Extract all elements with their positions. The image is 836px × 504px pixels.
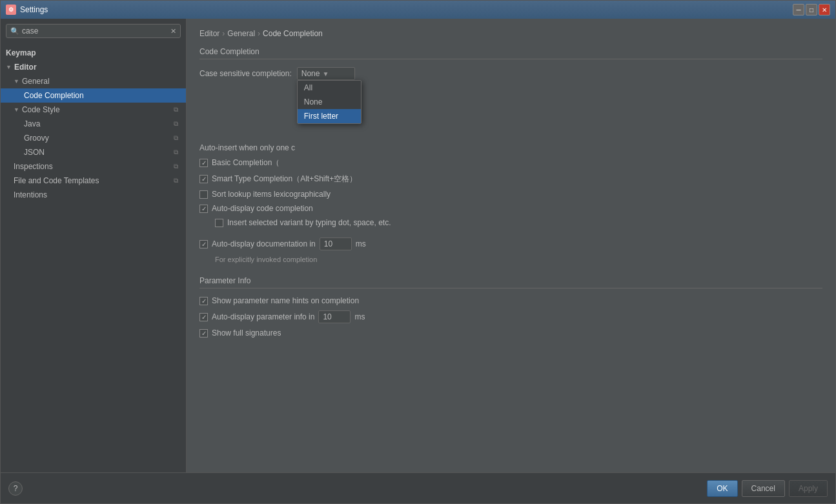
sidebar-item-editor[interactable]: ▼ Editor bbox=[1, 60, 186, 74]
close-button[interactable]: ✕ bbox=[819, 4, 830, 15]
insert-selected-variant-label: Insert selected variant by typing dot, s… bbox=[227, 218, 391, 227]
auto-display-param-input[interactable] bbox=[318, 310, 351, 323]
sidebar-item-intentions[interactable]: Intentions bbox=[1, 188, 186, 202]
smart-type-completion-row: Smart Type Completion（Alt+Shift+空格） bbox=[199, 174, 822, 185]
keymap-label: Keymap bbox=[6, 48, 36, 57]
sidebar-item-code-completion[interactable]: Code Completion bbox=[1, 88, 186, 103]
ok-button[interactable]: OK bbox=[707, 480, 737, 497]
basic-completion-row: Basic Completion（ bbox=[199, 157, 822, 168]
app-icon: ⚙ bbox=[6, 5, 16, 15]
sidebar-item-keymap[interactable]: Keymap bbox=[1, 46, 186, 60]
content-area: 🔍 ✕ Keymap ▼ Editor ▼ General Code Co bbox=[1, 19, 835, 472]
help-button[interactable]: ? bbox=[8, 481, 23, 496]
auto-display-completion-row: Auto-display code completion bbox=[199, 204, 822, 213]
insert-selected-variant-checkbox[interactable] bbox=[215, 219, 223, 227]
auto-insert-row: Auto-insert when only one c bbox=[199, 143, 822, 152]
case-sensitive-dropdown-container: None ▼ All None First letter bbox=[297, 67, 355, 80]
sidebar-item-file-code-templates[interactable]: File and Code Templates ⧉ bbox=[1, 174, 186, 188]
code-completion-label: Code Completion bbox=[24, 91, 84, 100]
smart-type-completion-checkbox[interactable] bbox=[199, 175, 208, 183]
breadcrumb: Editor › General › Code Completion bbox=[199, 29, 822, 38]
auto-display-doc-unit: ms bbox=[356, 239, 366, 248]
inspections-copy-icon: ⧉ bbox=[174, 163, 178, 170]
sidebar: 🔍 ✕ Keymap ▼ Editor ▼ General Code Co bbox=[1, 19, 187, 472]
case-sensitive-label: Case sensitive completion: bbox=[199, 69, 292, 78]
option-all[interactable]: All bbox=[298, 81, 361, 95]
sidebar-item-inspections[interactable]: Inspections ⧉ bbox=[1, 159, 186, 174]
insert-selected-variant-row: Insert selected variant by typing dot, s… bbox=[215, 218, 822, 227]
case-sensitive-value: None bbox=[301, 69, 320, 78]
json-label: JSON bbox=[24, 148, 45, 157]
java-copy-icon: ⧉ bbox=[174, 120, 178, 128]
auto-insert-label: Auto-insert when only one c bbox=[199, 143, 295, 152]
auto-display-doc-checkbox[interactable] bbox=[199, 240, 208, 248]
breadcrumb-code-completion: Code Completion bbox=[263, 29, 323, 38]
show-full-signatures-label: Show full signatures bbox=[212, 328, 281, 338]
auto-display-doc-label: Auto-display documentation in bbox=[212, 239, 316, 248]
sidebar-item-code-style[interactable]: ▼ Code Style ⧉ bbox=[1, 103, 186, 117]
apply-button[interactable]: Apply bbox=[789, 480, 828, 497]
code-style-copy-icon: ⧉ bbox=[174, 106, 178, 114]
code-style-label: Code Style bbox=[22, 105, 60, 114]
case-sensitive-row: Case sensitive completion: None ▼ All No… bbox=[199, 67, 822, 80]
sort-lookup-label: Sort lookup items lexicographically bbox=[212, 190, 331, 199]
search-icon: 🔍 bbox=[10, 27, 19, 35]
title-bar: ⚙ Settings ─ □ ✕ bbox=[1, 1, 835, 19]
nav-tree: Keymap ▼ Editor ▼ General Code Completio… bbox=[1, 43, 186, 472]
window-title: Settings bbox=[20, 5, 48, 14]
auto-display-param-label: Auto-display parameter info in bbox=[212, 312, 314, 321]
search-input[interactable] bbox=[22, 26, 168, 35]
show-param-hints-label: Show parameter name hints on completion bbox=[212, 296, 359, 305]
inspections-label: Inspections bbox=[14, 162, 53, 171]
auto-display-completion-checkbox[interactable] bbox=[199, 205, 208, 213]
settings-window: ⚙ Settings ─ □ ✕ 🔍 ✕ Keymap ▼ bbox=[0, 0, 836, 504]
basic-completion-checkbox[interactable] bbox=[199, 159, 208, 167]
java-label: Java bbox=[24, 119, 40, 128]
case-sensitive-menu: All None First letter bbox=[297, 80, 362, 124]
breadcrumb-general: General bbox=[227, 29, 255, 38]
file-code-templates-copy-icon: ⧉ bbox=[174, 177, 178, 185]
sidebar-item-groovy[interactable]: Groovy ⧉ bbox=[1, 131, 186, 145]
editor-label: Editor bbox=[14, 63, 37, 72]
auto-display-param-checkbox[interactable] bbox=[199, 313, 208, 321]
show-full-signatures-row: Show full signatures bbox=[199, 328, 822, 338]
option-none[interactable]: None bbox=[298, 95, 361, 109]
cancel-button[interactable]: Cancel bbox=[742, 480, 785, 497]
show-param-hints-checkbox[interactable] bbox=[199, 297, 208, 305]
general-label: General bbox=[22, 77, 50, 86]
breadcrumb-sep-1: › bbox=[222, 29, 225, 38]
json-copy-icon: ⧉ bbox=[174, 148, 178, 156]
bottom-bar: ? OK Cancel Apply bbox=[1, 472, 835, 503]
sidebar-item-json[interactable]: JSON ⧉ bbox=[1, 145, 186, 159]
auto-display-doc-hint: For explicitly invoked completion bbox=[215, 256, 822, 263]
auto-display-param-unit: ms bbox=[354, 312, 365, 321]
dialog-buttons: OK Cancel Apply bbox=[707, 480, 828, 497]
sidebar-item-java[interactable]: Java ⧉ bbox=[1, 117, 186, 131]
title-controls: ─ □ ✕ bbox=[793, 4, 830, 15]
auto-display-doc-input[interactable] bbox=[320, 237, 352, 250]
option-first-letter[interactable]: First letter bbox=[298, 109, 361, 123]
sort-lookup-row: Sort lookup items lexicographically bbox=[199, 190, 822, 199]
show-full-signatures-checkbox[interactable] bbox=[199, 329, 208, 338]
title-bar-left: ⚙ Settings bbox=[6, 5, 48, 15]
sidebar-item-general[interactable]: ▼ General bbox=[1, 74, 186, 88]
auto-display-completion-label: Auto-display code completion bbox=[212, 204, 313, 213]
case-sensitive-dropdown[interactable]: None ▼ bbox=[297, 67, 355, 80]
auto-display-param-row: Auto-display parameter info in ms bbox=[199, 310, 822, 323]
breadcrumb-editor: Editor bbox=[199, 29, 219, 38]
minimize-button[interactable]: ─ bbox=[793, 4, 804, 15]
file-code-templates-label: File and Code Templates bbox=[14, 176, 99, 185]
main-panel: Editor › General › Code Completion Code … bbox=[187, 19, 835, 472]
search-clear-button[interactable]: ✕ bbox=[170, 27, 176, 35]
search-box[interactable]: 🔍 ✕ bbox=[6, 24, 181, 38]
breadcrumb-sep-2: › bbox=[258, 29, 260, 38]
parameter-info-section-title: Parameter Info bbox=[199, 276, 822, 288]
general-arrow: ▼ bbox=[14, 78, 19, 85]
editor-arrow: ▼ bbox=[6, 64, 12, 70]
dropdown-arrow-icon: ▼ bbox=[322, 70, 329, 77]
auto-display-doc-row: Auto-display documentation in ms bbox=[199, 237, 822, 250]
show-param-hints-row: Show parameter name hints on completion bbox=[199, 296, 822, 305]
groovy-copy-icon: ⧉ bbox=[174, 134, 178, 142]
maximize-button[interactable]: □ bbox=[806, 4, 817, 15]
sort-lookup-checkbox[interactable] bbox=[199, 190, 208, 199]
